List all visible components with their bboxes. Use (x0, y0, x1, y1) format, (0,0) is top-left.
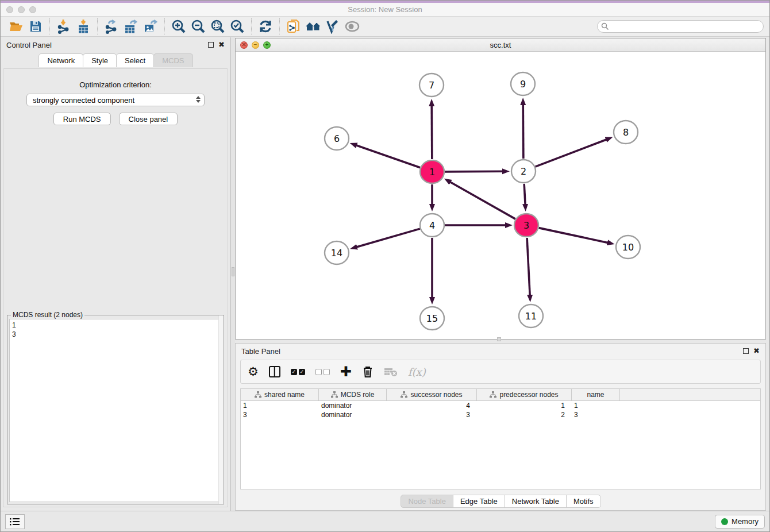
run-mcds-button[interactable]: Run MCDS (53, 113, 111, 125)
splitter-handle[interactable] (232, 267, 234, 276)
control-panel-title: Control Panel (6, 41, 52, 49)
fit-content-icon[interactable] (208, 18, 228, 35)
graph-node-label-11: 11 (525, 311, 537, 322)
tab-node-table[interactable]: Node Table (401, 495, 453, 508)
apply-layout-icon[interactable] (256, 18, 275, 35)
window-title: Session: New Session (1, 5, 769, 14)
zoom-out-icon[interactable] (188, 18, 208, 35)
table-settings-icon[interactable]: ⚙ (248, 365, 259, 379)
network-view-title: scc.txt (236, 41, 765, 49)
graph-edge-2-3[interactable] (524, 184, 525, 205)
tab-network[interactable]: Network (38, 53, 83, 67)
show-columns-icon[interactable] (269, 366, 280, 377)
clone-network-icon[interactable] (284, 18, 303, 35)
tab-edge-table[interactable]: Edge Table (453, 495, 505, 508)
unselect-all-columns-icon[interactable] (315, 369, 330, 375)
network-window-titlebar[interactable]: ✕ − + scc.txt (236, 38, 765, 52)
column-header-predecessor-nodes[interactable]: predecessor nodes (477, 389, 572, 400)
graph-edge-3-1[interactable] (449, 182, 515, 219)
float-table-panel-icon[interactable] (743, 348, 749, 354)
graph-node-label-2: 2 (521, 166, 526, 177)
graph-edge-3-11[interactable] (527, 238, 530, 296)
save-session-icon[interactable] (26, 18, 45, 35)
column-header-successor-nodes[interactable]: successor nodes (387, 389, 477, 400)
column-header-mcds-role[interactable]: MCDS role (319, 389, 387, 400)
cytoscape-window: Session: New Session (0, 0, 770, 532)
column-header-shared-name[interactable]: shared name (241, 389, 319, 400)
toolbar-separator (49, 18, 50, 34)
graph-node-label-4: 4 (429, 220, 435, 231)
graph-edge-2-8[interactable] (536, 139, 607, 167)
graph-node-label-3: 3 (523, 220, 529, 231)
table-header-row: shared name MCDS role successor nodes pr… (241, 389, 760, 401)
open-session-icon[interactable] (6, 18, 26, 35)
result-scrollbar[interactable] (218, 315, 224, 504)
toolbar-separator (97, 18, 98, 34)
zoom-in-icon[interactable] (169, 18, 188, 35)
select-all-columns-icon[interactable]: ✓✓ (291, 369, 305, 375)
search-icon (601, 22, 609, 33)
toolbar-separator (279, 18, 280, 34)
graph-edge-1-2[interactable] (445, 171, 503, 172)
optimization-criterion-label: Optimization criterion: (3, 80, 228, 89)
graph-node-label-9: 9 (520, 79, 526, 90)
export-network-icon[interactable] (102, 18, 121, 35)
network-graph[interactable]: 7968124314101511 (236, 52, 765, 339)
delete-column-icon[interactable] (362, 365, 374, 378)
column-header-name[interactable]: name (572, 389, 620, 400)
search-input[interactable] (597, 20, 764, 33)
graph-node-label-6: 6 (334, 133, 340, 144)
node-table: shared name MCDS role successor nodes pr… (240, 388, 761, 489)
mcds-result-title: MCDS result (2 nodes) (11, 311, 84, 319)
float-panel-icon[interactable] (208, 42, 214, 48)
network-canvas[interactable]: 7968124314101511 (236, 52, 765, 339)
table-panel-title: Table Panel (241, 347, 280, 356)
export-image-icon[interactable] (141, 18, 160, 35)
mcds-result-text[interactable]: 1 3 (9, 319, 222, 502)
graph-node-label-14: 14 (331, 248, 342, 259)
first-neighbors-icon[interactable] (303, 18, 323, 35)
mcds-panel-body: Optimization criterion: strongly connect… (3, 68, 228, 507)
table-toolbar: ⚙ ✓✓ ✚ f(x) (240, 360, 761, 384)
tab-style[interactable]: Style (83, 53, 117, 67)
tab-motifs[interactable]: Motifs (566, 495, 601, 508)
graph-edge-3-10[interactable] (539, 228, 609, 243)
table-panel: Table Panel ✖ ⚙ ✓✓ ✚ f(x) shared name MC… (235, 343, 766, 511)
graphics-details-icon[interactable] (342, 18, 362, 35)
graph-edge-1-7[interactable] (432, 105, 432, 159)
network-view-window: ✕ − + scc.txt 7968124314101511 (235, 38, 766, 340)
main-toolbar (1, 17, 769, 37)
tab-select[interactable]: Select (116, 53, 154, 67)
table-row[interactable]: 3 dominator 3 2 3 (241, 410, 760, 419)
graph-edge-1-6[interactable] (356, 145, 420, 168)
zoom-selected-icon[interactable] (228, 18, 247, 35)
view-resize-grip[interactable] (497, 337, 501, 341)
import-network-icon[interactable] (54, 18, 74, 35)
close-panel-icon[interactable]: ✖ (218, 42, 225, 48)
panel-splitter[interactable] (230, 37, 235, 511)
status-bar: Memory (1, 511, 769, 531)
close-panel-button[interactable]: Close panel (119, 113, 178, 125)
vizmap-icon[interactable] (323, 18, 342, 35)
table-row[interactable]: 1 dominator 4 1 1 (241, 401, 760, 410)
memory-button[interactable]: Memory (715, 515, 765, 529)
titlebar: Session: New Session (1, 3, 769, 17)
memory-label: Memory (732, 517, 759, 526)
graph-node-label-10: 10 (622, 242, 634, 253)
search-field (597, 20, 764, 33)
criterion-dropdown[interactable]: strongly connected component (26, 94, 205, 106)
export-table-icon[interactable] (121, 18, 141, 35)
graph-edge-2-9[interactable] (523, 104, 523, 159)
task-manager-button[interactable] (5, 514, 25, 529)
tab-network-table[interactable]: Network Table (505, 495, 567, 508)
delete-table-icon (384, 367, 398, 377)
function-builder-icon: f(x) (408, 366, 426, 378)
toolbar-separator (164, 18, 165, 34)
create-column-icon[interactable]: ✚ (340, 366, 352, 377)
close-table-panel-icon[interactable]: ✖ (753, 348, 760, 354)
graph-edge-4-14[interactable] (356, 229, 420, 247)
import-table-icon[interactable] (74, 18, 93, 35)
control-panel-tabs: Network Style Select MCDS (1, 53, 230, 67)
tab-mcds[interactable]: MCDS (153, 53, 192, 67)
graph-node-label-8: 8 (623, 127, 629, 138)
